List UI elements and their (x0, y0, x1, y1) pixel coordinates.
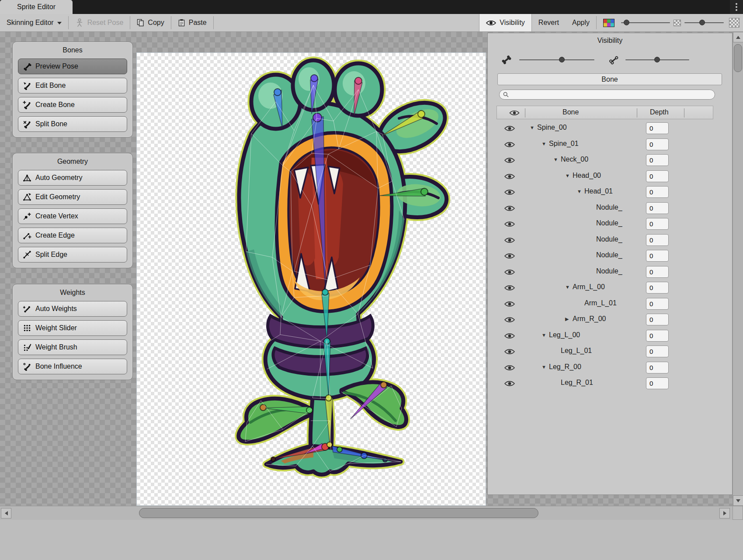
eye-icon[interactable] (504, 301, 515, 308)
paste-button[interactable]: Paste (171, 14, 213, 31)
scroll-left-arrow[interactable] (1, 508, 11, 519)
alpha-slider-knob[interactable] (699, 20, 705, 25)
foldout-arrow[interactable]: ▼ (565, 173, 573, 178)
bone-size-slider[interactable] (519, 59, 594, 60)
eye-icon[interactable] (504, 221, 515, 228)
scroll-down-arrow[interactable] (733, 495, 743, 506)
tab-sprite-editor[interactable]: Sprite Editor (0, 0, 73, 14)
foldout-arrow[interactable]: ▼ (577, 189, 584, 194)
bone-row[interactable]: Nodule_ (488, 232, 733, 249)
depth-input[interactable] (646, 138, 669, 150)
eye-icon[interactable] (504, 348, 515, 355)
weight-brush-button[interactable]: Weight Brush (18, 339, 127, 355)
eye-icon[interactable] (504, 237, 515, 244)
depth-input[interactable] (646, 218, 669, 230)
depth-input[interactable] (646, 122, 669, 134)
foldout-arrow[interactable]: ▼ (542, 364, 549, 370)
depth-input[interactable] (646, 266, 669, 278)
eye-icon[interactable] (504, 332, 515, 339)
revert-button[interactable]: Revert (532, 14, 566, 31)
auto-weights-button[interactable]: Auto Weights (18, 301, 127, 317)
bone-opacity-knob[interactable] (654, 57, 660, 62)
header-depth-label[interactable]: Depth (650, 108, 669, 116)
kebab-menu-icon[interactable] (730, 0, 743, 14)
eye-icon[interactable] (504, 205, 515, 212)
horizontal-scrollbar[interactable] (0, 506, 733, 520)
eye-icon[interactable] (504, 364, 515, 371)
bone-row[interactable]: Nodule_ (488, 264, 733, 280)
copy-button[interactable]: Copy (130, 14, 170, 31)
foldout-arrow[interactable]: ▼ (542, 141, 549, 146)
create-vertex-button[interactable]: Create Vertex (18, 208, 127, 224)
reset-pose-button[interactable]: Reset Pose (69, 14, 130, 31)
depth-input[interactable] (646, 154, 669, 166)
preview-pose-button[interactable]: Preview Pose (18, 59, 127, 74)
bone-row[interactable]: ▼Arm_L_00 (488, 280, 733, 296)
bone-row[interactable]: Nodule_ (488, 200, 733, 217)
create-bone-button[interactable]: Create Bone (18, 97, 127, 113)
vertical-scroll-thumb[interactable] (734, 44, 742, 72)
depth-input[interactable] (646, 170, 669, 182)
foldout-arrow[interactable]: ▼ (553, 157, 561, 162)
bone-opacity-slider[interactable] (625, 59, 689, 60)
split-edge-button[interactable]: Split Edge (18, 247, 127, 263)
zoom-slider[interactable] (621, 22, 670, 23)
depth-input[interactable] (646, 362, 669, 373)
bone-row[interactable]: ▼Spine_00 (488, 121, 733, 137)
depth-input[interactable] (646, 314, 669, 325)
bone-row[interactable]: ▶Arm_R_00 (488, 312, 733, 328)
foldout-arrow[interactable]: ▼ (530, 125, 537, 130)
eye-icon[interactable] (504, 189, 515, 196)
depth-input[interactable] (646, 298, 669, 310)
bone-row[interactable]: Arm_L_01 (488, 296, 733, 312)
foldout-arrow[interactable]: ▶ (565, 316, 573, 322)
bone-row[interactable]: ▼Neck_00 (488, 152, 733, 169)
weight-slider-button[interactable]: Weight Slider (18, 320, 127, 336)
eye-icon[interactable] (504, 157, 515, 164)
header-bone-label[interactable]: Bone (562, 108, 579, 116)
bone-row[interactable]: ▼Leg_L_00 (488, 328, 733, 344)
visibility-toggle-button[interactable]: Visibility (479, 14, 532, 31)
bone-row[interactable]: ▼Head_00 (488, 169, 733, 185)
alpha-slider[interactable] (684, 22, 724, 23)
auto-geometry-button[interactable]: Auto Geometry (18, 170, 127, 186)
depth-input[interactable] (646, 250, 669, 262)
split-bone-button[interactable]: Split Bone (18, 116, 127, 132)
eye-icon[interactable] (504, 173, 515, 180)
eye-icon[interactable] (504, 125, 515, 132)
bone-row[interactable]: ▼Leg_R_00 (488, 360, 733, 376)
scroll-right-arrow[interactable] (719, 508, 730, 519)
depth-input[interactable] (646, 282, 669, 294)
eye-icon[interactable] (504, 269, 515, 276)
depth-input[interactable] (646, 330, 669, 342)
texture-channels-button[interactable] (597, 14, 621, 31)
foldout-arrow[interactable]: ▼ (542, 332, 549, 338)
eye-icon[interactable] (504, 380, 515, 387)
vertical-scrollbar[interactable] (733, 32, 743, 506)
depth-input[interactable] (646, 346, 669, 357)
apply-button[interactable]: Apply (566, 14, 596, 31)
foldout-arrow[interactable]: ▼ (565, 284, 573, 290)
bone-row[interactable]: Nodule_ (488, 216, 733, 232)
bone-row[interactable]: Nodule_ (488, 248, 733, 264)
scroll-up-arrow[interactable] (733, 32, 743, 42)
bone-row[interactable]: Leg_L_01 (488, 344, 733, 360)
bone-row[interactable]: ▼Head_01 (488, 184, 733, 200)
zoom-slider-knob[interactable] (624, 20, 629, 25)
eye-icon[interactable] (504, 316, 515, 323)
bone-search-field[interactable] (499, 90, 715, 100)
depth-input[interactable] (646, 202, 669, 214)
edit-bone-button[interactable]: Edit Bone (18, 78, 127, 93)
eye-icon[interactable] (504, 141, 515, 148)
horizontal-scroll-thumb[interactable] (139, 508, 538, 518)
bone-size-knob[interactable] (559, 57, 565, 62)
bone-influence-button[interactable]: Bone Influence (18, 359, 127, 374)
eye-icon[interactable] (504, 252, 515, 259)
skinning-editor-dropdown[interactable]: Skinning Editor (0, 14, 68, 31)
eye-icon[interactable] (504, 284, 515, 291)
create-edge-button[interactable]: Create Edge (18, 228, 127, 243)
edit-geometry-button[interactable]: Edit Geometry (18, 189, 127, 205)
sprite-canvas[interactable] (136, 52, 486, 506)
depth-input[interactable] (646, 377, 669, 389)
bone-row[interactable]: ▼Spine_01 (488, 137, 733, 153)
